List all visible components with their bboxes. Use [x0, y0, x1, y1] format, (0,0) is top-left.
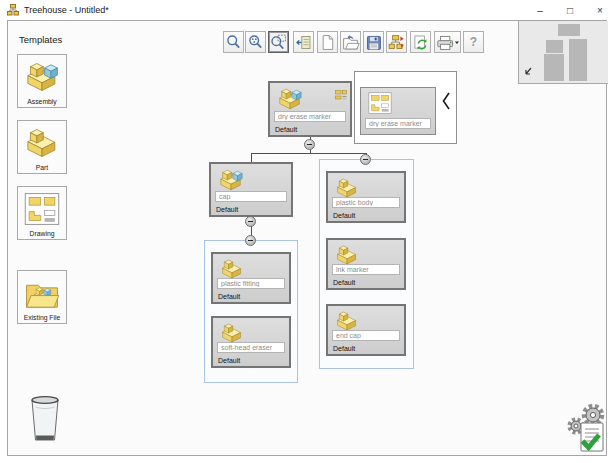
template-label: Assembly: [18, 98, 66, 105]
hierarchy-options-icon: [387, 32, 406, 53]
part-node-plastic-body[interactable]: Default: [326, 171, 406, 223]
configuration-label: Default: [218, 293, 240, 300]
collapse-children-button[interactable]: [245, 216, 256, 227]
document-left-arrow-icon: [294, 32, 313, 53]
assembly-template-icon: [22, 59, 62, 95]
node-name-input[interactable]: [217, 342, 285, 353]
new-document-icon: [318, 32, 337, 53]
part-node-ink-marker[interactable]: Default: [326, 238, 406, 290]
node-name-input[interactable]: [332, 197, 400, 208]
minimap-block: [546, 40, 563, 53]
diagonal-arrow-icon[interactable]: [523, 62, 533, 80]
trash-can-dropzone[interactable]: [26, 393, 64, 449]
node-name-input[interactable]: [274, 111, 346, 122]
configuration-label: Default: [216, 206, 238, 213]
zoom-to-area-button[interactable]: [268, 31, 289, 53]
floppy-disk-icon: [364, 32, 383, 53]
node-name-input[interactable]: [217, 278, 285, 289]
drawing-name-input[interactable]: [365, 118, 431, 129]
window-title: Treehouse - Untitled*: [24, 5, 109, 15]
node-name-input[interactable]: [332, 264, 400, 275]
open-file-button[interactable]: [340, 31, 361, 53]
minimize-button[interactable]: –: [525, 0, 555, 20]
configuration-label: Default: [333, 345, 355, 352]
document-sync-icon: [411, 32, 430, 53]
drawing-association-icon: [335, 86, 347, 104]
print-button[interactable]: [434, 31, 461, 53]
part-node-plastic-fitting[interactable]: Default: [211, 252, 291, 304]
zoom-to-fit-button[interactable]: [245, 31, 266, 53]
configuration-label: Default: [333, 212, 355, 219]
magnifier-icon: [224, 32, 243, 53]
chevron-left-icon: [442, 92, 450, 110]
part-template-icon: [22, 125, 62, 161]
drawing-template-icon: [22, 191, 62, 227]
main-canvas: Templates Assembly Part Drawing Existing…: [7, 20, 607, 456]
part-node-soft-head-eraser[interactable]: Default: [211, 316, 291, 368]
template-existing-file-button[interactable]: Existing File: [17, 270, 67, 324]
close-button[interactable]: ×: [585, 0, 615, 20]
collapse-group-button[interactable]: [245, 235, 256, 246]
node-name-input[interactable]: [332, 330, 400, 341]
template-assembly-button[interactable]: Assembly: [17, 54, 67, 108]
expand-collapse-view-button[interactable]: [293, 31, 314, 53]
new-file-button[interactable]: [317, 31, 338, 53]
question-mark-icon: ?: [470, 35, 477, 49]
gears-checklist-icon: [564, 402, 610, 454]
template-label: Existing File: [18, 314, 66, 321]
template-label: Drawing: [18, 230, 66, 237]
assembly-node-cap[interactable]: Default: [209, 162, 293, 217]
node-name-input[interactable]: [215, 191, 287, 202]
minimap-block: [569, 39, 587, 81]
trash-can-icon: [26, 393, 64, 445]
magnifier-area-icon: [269, 32, 288, 53]
template-part-button[interactable]: Part: [17, 120, 67, 174]
overview-minimap: [518, 21, 608, 84]
minimap-block: [544, 54, 564, 81]
assembly-node-dry-erase-marker[interactable]: Default: [268, 81, 352, 137]
templates-heading: Templates: [19, 34, 62, 45]
printer-icon: [435, 32, 460, 53]
minimap-block: [558, 24, 580, 36]
connector-line: [251, 153, 252, 162]
treehouse-window: Treehouse - Untitled* – □ × Templates As…: [0, 0, 615, 463]
assembly-icon: [275, 86, 305, 112]
open-in-solidworks-button[interactable]: [410, 31, 431, 53]
magnifier-fit-icon: [246, 32, 265, 53]
maximize-button[interactable]: □: [555, 0, 585, 20]
collapse-group-button[interactable]: [360, 154, 371, 165]
connector-line: [251, 153, 367, 154]
settings-status-button[interactable]: [564, 402, 610, 458]
titlebar: Treehouse - Untitled* – □ ×: [0, 0, 615, 20]
configuration-label: Default: [218, 357, 240, 364]
configuration-label: Default: [333, 279, 355, 286]
template-drawing-button[interactable]: Drawing: [17, 186, 67, 240]
assembly-icon: [216, 167, 246, 193]
template-label: Part: [18, 164, 66, 171]
treehouse-options-button[interactable]: [386, 31, 407, 53]
part-node-end-cap[interactable]: Default: [326, 304, 406, 356]
open-folder-icon: [341, 32, 360, 53]
collapse-drawings-chevron[interactable]: [442, 92, 450, 114]
configuration-label: Default: [275, 126, 297, 133]
zoom-in-out-button[interactable]: [223, 31, 244, 53]
save-file-button[interactable]: [363, 31, 384, 53]
existing-file-icon: [22, 275, 62, 311]
help-button[interactable]: ?: [463, 31, 484, 53]
drawing-node-dry-erase-marker[interactable]: [360, 87, 436, 135]
treehouse-logo-icon: [7, 4, 19, 16]
collapse-children-button[interactable]: [304, 139, 315, 150]
drawing-icon: [366, 91, 394, 115]
